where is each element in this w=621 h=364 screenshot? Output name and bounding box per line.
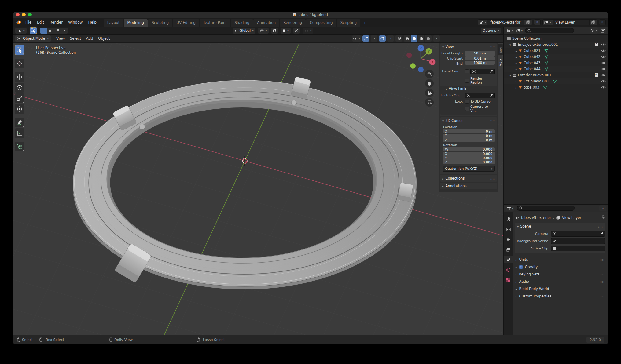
active-clip-field[interactable] <box>551 246 605 251</box>
mode-dropdown[interactable]: Object Mode <box>15 35 51 42</box>
transform-orientation-dropdown[interactable]: Global <box>233 28 255 34</box>
gizmo-z-neg-axis[interactable] <box>418 67 424 72</box>
tab-scene-properties[interactable] <box>504 256 513 263</box>
disclosure-icon[interactable] <box>509 73 511 77</box>
disclosure-icon[interactable] <box>516 67 517 71</box>
proportional-falloff-dropdown[interactable] <box>303 28 314 34</box>
outliner-display-mode-button[interactable] <box>516 27 524 34</box>
zoom-button[interactable] <box>425 70 434 78</box>
tab-uv-editing[interactable]: UV Editing <box>173 19 199 27</box>
tool-select-box[interactable] <box>15 45 24 55</box>
minimize-window-button[interactable] <box>22 13 26 16</box>
outliner-row-scene-collection[interactable]: Scene Collection <box>504 35 608 42</box>
collection-checkbox[interactable] <box>595 73 598 77</box>
view-layer-name[interactable]: View Layer <box>553 20 589 25</box>
snap-target-dropdown[interactable] <box>281 28 291 34</box>
pan-button[interactable] <box>425 79 434 88</box>
properties-search-input[interactable] <box>517 206 575 211</box>
hide-eye-icon[interactable] <box>601 43 606 46</box>
outliner-row-mesh[interactable]: Cube.042 <box>504 54 608 60</box>
tab-tool-properties[interactable] <box>504 216 513 223</box>
disclosure-icon[interactable] <box>516 61 517 65</box>
outliner-filter-button[interactable] <box>590 27 598 34</box>
pin-icon[interactable] <box>601 215 605 220</box>
outliner-row-mesh[interactable]: Cube.021 <box>504 48 608 54</box>
shading-rendered-button[interactable] <box>425 35 432 42</box>
drag-dots-icon[interactable] <box>600 257 604 262</box>
outliner-editor-type-button[interactable] <box>506 27 514 34</box>
viewport-canvas[interactable]: User Perspective (168) Scene Collection <box>13 43 503 335</box>
menu-file[interactable]: File <box>23 19 34 25</box>
scene-unlink-button[interactable] <box>534 19 541 25</box>
tool-rotate[interactable] <box>15 83 24 93</box>
tab-scripting[interactable]: Scripting <box>337 19 360 27</box>
background-scene-field[interactable] <box>551 238 605 244</box>
options-dropdown[interactable]: Options <box>481 28 501 34</box>
add-workspace-button[interactable] <box>361 20 369 27</box>
tab-view-layer-properties[interactable] <box>504 246 513 253</box>
tab-tool[interactable]: Tool <box>498 44 503 55</box>
cursor-rotation-z-field[interactable]: Z0.000 <box>443 160 495 164</box>
cursor-rotation-y-field[interactable]: Y0.000 <box>443 156 495 160</box>
lock-object-field[interactable] <box>465 93 495 98</box>
breadcrumb-view-layer[interactable]: View Layer <box>562 216 581 220</box>
hide-eye-icon[interactable] <box>601 67 606 71</box>
local-camera-checkbox[interactable] <box>465 69 469 73</box>
tool-scale[interactable] <box>15 93 24 103</box>
tab-compositing[interactable]: Compositing <box>306 19 336 27</box>
hide-eye-icon[interactable] <box>601 74 606 77</box>
hide-eye-icon[interactable] <box>601 80 606 83</box>
drag-dots-icon[interactable] <box>490 45 495 49</box>
eyedropper-icon[interactable] <box>490 94 493 97</box>
shading-solid-button[interactable] <box>411 35 417 42</box>
drag-dots-icon[interactable] <box>600 294 604 298</box>
outliner-row-mesh[interactable]: Cube.043 <box>504 60 608 66</box>
view-panel-header[interactable]: View <box>440 43 497 50</box>
tool-add-cube[interactable] <box>15 142 24 151</box>
panel-rigid-body-world[interactable]: Rigid Body World <box>515 285 605 293</box>
drag-dots-icon[interactable] <box>598 224 603 228</box>
close-window-button[interactable] <box>16 13 20 16</box>
scene-new-button[interactable] <box>524 20 532 25</box>
gravity-checkbox[interactable] <box>519 265 523 269</box>
select-box-tool-button[interactable] <box>30 27 37 34</box>
gizmo-y-neg-axis[interactable] <box>410 63 416 69</box>
menu-help[interactable]: Help <box>85 19 99 25</box>
tab-view[interactable]: View <box>498 56 503 69</box>
cursor-panel-header[interactable]: 3D Cursor <box>440 117 497 124</box>
pivot-point-dropdown[interactable] <box>258 28 269 34</box>
outliner-search-input[interactable] <box>525 28 574 33</box>
menu-object[interactable]: Object <box>96 35 112 42</box>
disclosure-icon[interactable] <box>516 49 517 53</box>
shading-dropdown[interactable] <box>433 35 440 42</box>
menu-render[interactable]: Render <box>47 19 65 25</box>
disclosure-icon[interactable] <box>509 42 511 47</box>
zoom-window-button[interactable] <box>28 13 32 16</box>
collections-panel-header[interactable]: Collections <box>440 175 497 182</box>
annotations-panel-header[interactable]: Annotations <box>440 183 497 189</box>
cursor-rotation-x-field[interactable]: X0.000 <box>443 152 495 156</box>
scene-browse-button[interactable] <box>478 20 488 25</box>
outliner-row-mesh[interactable]: tope.003 <box>504 84 608 90</box>
camera-view-button[interactable] <box>425 89 434 97</box>
tab-texture-paint[interactable]: Texture Paint <box>200 19 230 27</box>
scene-name[interactable]: fabes-v5-exterior <box>487 20 524 25</box>
rotation-mode-dropdown[interactable]: Quaternion (WXYZ) <box>443 166 495 172</box>
menu-select[interactable]: Select <box>67 35 83 42</box>
view-lock-header[interactable]: View Lock <box>440 86 497 92</box>
breadcrumb-scene[interactable]: fabes-v5-exterior <box>521 216 551 220</box>
outliner-row-collection[interactable]: Encajes exteriores.001 <box>504 42 608 48</box>
xray-toggle[interactable] <box>395 35 402 42</box>
camera-object-field[interactable] <box>551 231 605 237</box>
tool-cursor[interactable] <box>15 59 24 68</box>
cursor-location-z-field[interactable]: Z0 m <box>443 138 495 142</box>
select-mode-new-button[interactable] <box>40 28 47 34</box>
eyedropper-icon[interactable] <box>600 232 603 235</box>
lock-3d-cursor-checkbox[interactable] <box>465 100 469 104</box>
tab-world-properties[interactable] <box>504 266 513 273</box>
drag-dots-icon[interactable] <box>600 279 604 284</box>
clip-start-field[interactable]: 0.01 m <box>465 56 495 60</box>
tab-animation[interactable]: Animation <box>253 19 279 27</box>
outliner-row-mesh[interactable]: Ext nuevo.001 <box>504 78 608 84</box>
outliner-row-mesh[interactable]: Cube.044 <box>504 66 608 72</box>
